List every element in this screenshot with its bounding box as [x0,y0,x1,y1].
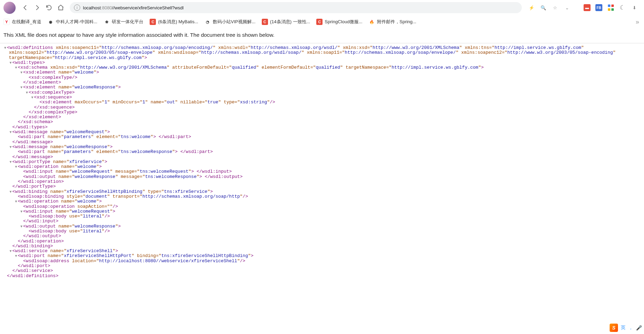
bookmark-favicon: Y [3,19,10,25]
bookmark-label: 研发一体化平台 [112,19,143,25]
back-button[interactable] [20,2,31,13]
bookmark-label: (14条消息) 一致性... [270,19,310,25]
bookmark-favicon: C [262,19,268,25]
bookmark-item[interactable]: CSpringCloud微服... [316,19,362,25]
bookmark-item[interactable]: ❀研发一体化平台 [103,19,143,25]
forward-button[interactable] [32,2,43,13]
bookmark-label: SpringCloud微服... [325,19,362,25]
toolbar-right-icons: ⚡ 🔍 ☆ ⌄ ▬ FB ☾ ⬇ [525,4,641,11]
star-icon[interactable]: ☆ [552,4,559,11]
site-info-icon[interactable]: i [74,5,80,11]
xml-source-tree[interactable]: ▼<wsdl:definitions xmlns:soapenc11="http… [0,45,644,282]
bookmark-favicon: 🔥 [369,19,375,25]
xml-no-style-message: This XML file does not appear to have an… [0,28,644,42]
bookmarks-bar: Y在线翻译_有道◉中科人才网-中国科...❀研发一体化平台C(6条消息) MyB… [0,15,644,28]
home-button[interactable] [55,2,66,13]
bookmark-item[interactable]: C(6条消息) MyBatis... [150,19,198,25]
bookmark-label: 附件邮件，Spring... [377,19,416,25]
bookmark-item[interactable]: ◉中科人才网-中国科... [48,19,97,25]
url-host: localhost:8080//webservice/xfireServiceS… [83,5,184,10]
bookmark-label: 数码小站VIP视频解... [213,19,256,25]
extension-icon-2[interactable]: FB [595,4,602,11]
bookmark-favicon: ◉ [48,19,54,25]
dark-mode-icon[interactable]: ☾ [619,4,626,11]
address-bar[interactable]: i localhost:8080//webservice/xfireServic… [70,2,522,13]
bookmark-item[interactable]: ◔数码小站VIP视频解... [204,19,256,25]
chevron-down-icon[interactable]: ⌄ [563,4,570,11]
download-icon[interactable]: ⬇ [631,4,638,11]
bookmark-favicon: C [150,19,156,25]
apps-icon[interactable] [607,4,614,11]
zoom-icon[interactable]: 🔍 [540,4,547,11]
reload-button[interactable] [43,2,55,13]
browser-toolbar: i localhost:8080//webservice/xfireServic… [0,0,644,15]
bookmark-favicon: C [316,19,323,25]
extension-icon-1[interactable]: ▬ [584,4,591,11]
bookmark-label: (6条消息) MyBatis... [158,19,198,25]
bookmark-item[interactable]: 🔥附件邮件，Spring... [369,19,416,25]
lightning-icon[interactable]: ⚡ [528,4,535,11]
profile-avatar[interactable] [3,2,16,14]
bookmark-favicon: ◔ [204,19,211,25]
bookmark-item[interactable]: Y在线翻译_有道 [3,19,41,25]
divider [0,43,644,43]
bookmark-item[interactable]: C(14条消息) 一致性... [262,19,310,25]
bookmark-label: 中科人才网-中国科... [56,19,97,25]
bookmarks-overflow-icon[interactable]: » [634,18,641,26]
bookmark-favicon: ❀ [103,19,110,25]
bookmark-label: 在线翻译_有道 [12,19,41,25]
